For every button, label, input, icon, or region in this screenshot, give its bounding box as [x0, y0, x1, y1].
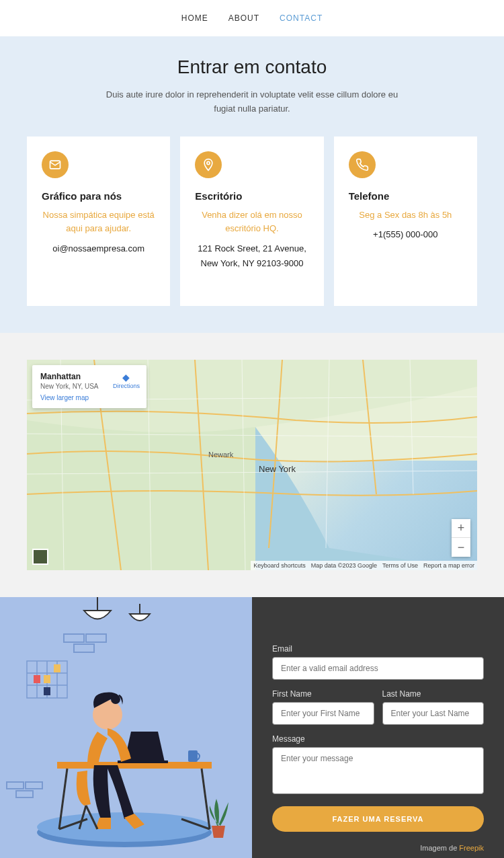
nav-contact[interactable]: CONTACT [280, 13, 323, 23]
svg-line-26 [202, 769, 210, 829]
map-info-bubble: Manhattan New York, NY, USA View larger … [32, 365, 146, 408]
map-data-label: Map data ©2023 Google [311, 562, 377, 569]
svg-rect-20 [44, 687, 50, 695]
map-section: Manhattan New York, NY, USA View larger … [0, 333, 504, 597]
phone-card-title: Telefone [349, 190, 462, 202]
lastname-input[interactable] [382, 702, 485, 725]
map-attribution: Keyboard shortcuts Map data ©2023 Google… [251, 561, 477, 570]
nav-home[interactable]: HOME [181, 13, 208, 23]
svg-rect-6 [64, 634, 84, 642]
svg-rect-29 [188, 750, 198, 762]
svg-rect-18 [34, 675, 40, 683]
zoom-in-button[interactable]: + [452, 519, 470, 538]
office-card: Escritório Venha dizer olá em nosso escr… [180, 136, 323, 307]
contact-form: Email First Name Last Name Message FAZER… [252, 597, 504, 858]
terms-link[interactable]: Terms of Use [382, 562, 418, 569]
location-icon [195, 151, 222, 178]
message-label: Message [272, 734, 484, 744]
email-input[interactable] [272, 657, 484, 680]
svg-point-1 [207, 161, 210, 164]
map[interactable]: Manhattan New York, NY, USA View larger … [27, 360, 477, 570]
keyboard-shortcuts-link[interactable]: Keyboard shortcuts [253, 562, 306, 569]
view-larger-map-link[interactable]: View larger map [40, 394, 138, 401]
nav-about[interactable]: ABOUT [228, 13, 259, 23]
workspace-illustration [0, 597, 252, 858]
svg-rect-9 [7, 782, 24, 789]
map-city-label-2: Newark [208, 451, 233, 459]
phone-card: Telefone Seg a Sex das 8h às 5h +1(555) … [334, 136, 477, 307]
phone-card-info: +1(555) 000-000 [349, 227, 462, 242]
illustration-panel [0, 597, 252, 858]
phone-icon [349, 151, 376, 178]
hero-section: Entrar em contato Duis aute irure dolor … [0, 36, 504, 333]
svg-rect-8 [74, 644, 94, 652]
email-card: Gráfico para nós Nossa simpática equipe … [27, 136, 170, 307]
email-card-info: oi@nossaempresa.com [42, 241, 155, 256]
directions-button[interactable]: ◆ Directions [113, 372, 140, 389]
svg-rect-21 [54, 664, 60, 672]
phone-card-sub: Seg a Sex das 8h às 5h [349, 208, 462, 223]
svg-rect-19 [44, 675, 50, 683]
email-card-title: Gráfico para nós [42, 190, 155, 202]
submit-button[interactable]: FAZER UMA RESERVA [272, 806, 484, 832]
page-title: Entrar em contato [27, 56, 477, 78]
directions-label: Directions [113, 383, 140, 389]
image-credit: Imagem de Freepik [272, 844, 484, 852]
map-city-label: New York [259, 464, 296, 474]
email-label: Email [272, 644, 484, 654]
directions-icon: ◆ [113, 372, 140, 383]
message-textarea[interactable] [272, 747, 484, 794]
report-error-link[interactable]: Report a map error [423, 562, 474, 569]
svg-rect-30 [118, 760, 168, 763]
svg-rect-7 [86, 634, 106, 642]
contact-form-section: Email First Name Last Name Message FAZER… [0, 597, 504, 858]
page-subtitle: Duis aute irure dolor in reprehenderit i… [104, 88, 400, 116]
firstname-label: First Name [272, 689, 374, 699]
svg-point-33 [111, 695, 120, 704]
credit-prefix: Imagem de [420, 844, 459, 852]
zoom-out-button[interactable]: − [452, 538, 470, 557]
main-nav: HOME ABOUT CONTACT [0, 0, 504, 36]
svg-rect-11 [16, 791, 33, 797]
map-satellite-thumb[interactable] [32, 549, 48, 565]
office-card-title: Escritório [195, 190, 308, 202]
office-card-sub: Venha dizer olá em nosso escritório HQ. [195, 208, 308, 237]
email-card-sub: Nossa simpática equipe está aqui para aj… [42, 208, 155, 237]
map-zoom-controls: + − [452, 519, 470, 557]
svg-rect-10 [26, 782, 42, 789]
contact-cards: Gráfico para nós Nossa simpática equipe … [27, 136, 477, 307]
office-card-info: 121 Rock Sreet, 21 Avenue, New York, NY … [195, 241, 308, 271]
svg-point-32 [95, 695, 104, 704]
credit-link[interactable]: Freepik [459, 844, 484, 852]
mail-icon [42, 151, 69, 178]
lastname-label: Last Name [382, 689, 485, 699]
firstname-input[interactable] [272, 702, 374, 725]
